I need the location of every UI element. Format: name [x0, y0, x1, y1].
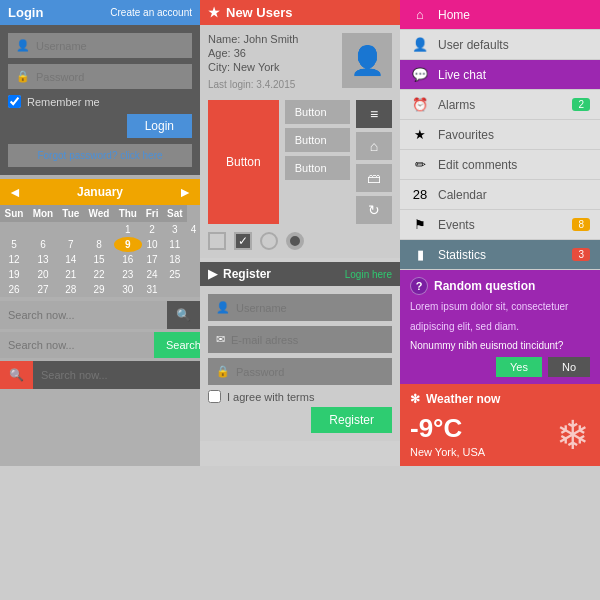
- weather-icon: ✻: [410, 392, 420, 406]
- cal-day[interactable]: 17: [142, 252, 163, 267]
- refresh-btn[interactable]: ↻: [356, 196, 392, 224]
- checkbox-empty[interactable]: [208, 232, 226, 250]
- btn-gray-1[interactable]: Button: [285, 100, 350, 124]
- search-input-3[interactable]: [33, 362, 200, 388]
- register-panel: ▶ Register Login here 👤 ✉ 🔒 I agree with…: [200, 262, 400, 441]
- search-input-1[interactable]: [0, 302, 167, 328]
- search-input-2[interactable]: [0, 332, 154, 358]
- reg-username-row: 👤: [208, 294, 392, 321]
- search-row-2: Search: [0, 332, 200, 358]
- cal-day[interactable]: 28: [58, 282, 84, 297]
- reg-email-input[interactable]: [231, 334, 384, 346]
- menu-item-edit-comments[interactable]: ✏Edit comments: [400, 150, 600, 180]
- random-q-text3: Nonummy nibh euismod tincidunt?: [410, 340, 590, 351]
- register-button[interactable]: Register: [311, 407, 392, 433]
- cal-day[interactable]: 27: [28, 282, 58, 297]
- cal-day[interactable]: 30: [114, 282, 141, 297]
- no-button[interactable]: No: [548, 357, 590, 377]
- search-icon-btn-1[interactable]: 🔍: [167, 301, 200, 329]
- reg-email-icon: ✉: [216, 333, 225, 346]
- cal-day[interactable]: 25: [163, 267, 187, 282]
- cal-day[interactable]: 16: [114, 252, 141, 267]
- password-input[interactable]: [36, 71, 184, 83]
- username-field-row: 👤: [8, 33, 192, 58]
- btn-gray-3[interactable]: Button: [285, 156, 350, 180]
- agree-checkbox[interactable]: [208, 390, 221, 403]
- random-q-text1: Lorem ipsum dolor sit, consectetuer: [410, 300, 590, 314]
- menu-badge: 2: [572, 98, 590, 111]
- cal-day[interactable]: 18: [163, 252, 187, 267]
- cal-day[interactable]: 14: [58, 252, 84, 267]
- cal-day[interactable]: 31: [142, 282, 163, 297]
- avatar-icon: 👤: [350, 44, 385, 77]
- login-btn-row: Login: [8, 114, 192, 138]
- cal-day[interactable]: 2: [142, 222, 163, 237]
- cal-day[interactable]: 8: [84, 237, 114, 252]
- cal-day[interactable]: 1: [114, 222, 141, 237]
- cal-day[interactable]: 19: [0, 267, 28, 282]
- login-button[interactable]: Login: [127, 114, 192, 138]
- radio-checked[interactable]: [286, 232, 304, 250]
- menu-item-user-defaults[interactable]: 👤User defaults: [400, 30, 600, 60]
- menu-item-statistics[interactable]: ▮Statistics3: [400, 240, 600, 270]
- menu-lines-btn[interactable]: ≡: [356, 100, 392, 128]
- menu-item-favourites[interactable]: ★Favourites: [400, 120, 600, 150]
- cal-day[interactable]: 20: [28, 267, 58, 282]
- cal-day[interactable]: 21: [58, 267, 84, 282]
- menu-label: User defaults: [438, 38, 590, 52]
- forgot-link[interactable]: click here: [120, 150, 162, 161]
- cal-day[interactable]: 12: [0, 252, 28, 267]
- remember-label: Remember me: [27, 96, 100, 108]
- reg-password-input[interactable]: [236, 366, 384, 378]
- button-orange[interactable]: Button: [208, 100, 279, 224]
- menu-item-alarms[interactable]: ⏰Alarms2: [400, 90, 600, 120]
- cal-day[interactable]: 10: [142, 237, 163, 252]
- briefcase-btn[interactable]: 🗃: [356, 164, 392, 192]
- star-icon: ★: [410, 127, 430, 142]
- register-play-icon: ▶: [208, 267, 217, 281]
- cal-day: [84, 222, 114, 237]
- menu-item-calendar[interactable]: 28Calendar: [400, 180, 600, 210]
- weather-header: ✻ Weather now: [410, 392, 590, 406]
- cal-day[interactable]: 29: [84, 282, 114, 297]
- cal-day[interactable]: 15: [84, 252, 114, 267]
- btn-gray-2[interactable]: Button: [285, 128, 350, 152]
- login-here-link[interactable]: Login here: [345, 269, 392, 280]
- right-menu: ⌂Home👤User defaults💬Live chat⏰Alarms2★Fa…: [400, 0, 600, 270]
- cal-day[interactable]: 13: [28, 252, 58, 267]
- cal-day: [58, 222, 84, 237]
- cal-day[interactable]: 23: [114, 267, 141, 282]
- menu-item-events[interactable]: ⚑Events8: [400, 210, 600, 240]
- username-input[interactable]: [36, 40, 184, 52]
- create-account-link[interactable]: Create an account: [110, 7, 192, 18]
- cal-day[interactable]: 3: [163, 222, 187, 237]
- yes-button[interactable]: Yes: [496, 357, 542, 377]
- cal-day[interactable]: 11: [163, 237, 187, 252]
- reg-username-input[interactable]: [236, 302, 384, 314]
- cal-day[interactable]: 22: [84, 267, 114, 282]
- cal-day[interactable]: 4: [187, 222, 200, 237]
- checkbox-checked[interactable]: ✓: [234, 232, 252, 250]
- agree-row: I agree with terms: [208, 390, 392, 403]
- random-q-text2: adipiscing elit, sed diam.: [410, 320, 590, 334]
- menu-label: Calendar: [438, 188, 590, 202]
- cal-day[interactable]: 26: [0, 282, 28, 297]
- cal-prev-btn[interactable]: ◄: [8, 184, 22, 200]
- radio-unchecked[interactable]: [260, 232, 278, 250]
- cal-next-btn[interactable]: ►: [178, 184, 192, 200]
- home-sq-btn[interactable]: ⌂: [356, 132, 392, 160]
- cal-day[interactable]: 5: [0, 237, 28, 252]
- home-icon: ⌂: [410, 7, 430, 22]
- cal-day[interactable]: 24: [142, 267, 163, 282]
- lock-icon: 🔒: [16, 70, 30, 83]
- menu-item-live-chat[interactable]: 💬Live chat: [400, 60, 600, 90]
- user-name: Name: John Smith: [208, 33, 334, 45]
- cal-day[interactable]: 7: [58, 237, 84, 252]
- remember-checkbox[interactable]: [8, 95, 21, 108]
- new-users-title: New Users: [226, 5, 292, 20]
- menu-item-home[interactable]: ⌂Home: [400, 0, 600, 30]
- cal-day[interactable]: 9: [114, 237, 141, 252]
- q-buttons: Yes No: [410, 357, 590, 377]
- cal-day[interactable]: 6: [28, 237, 58, 252]
- register-title: Register: [223, 267, 271, 281]
